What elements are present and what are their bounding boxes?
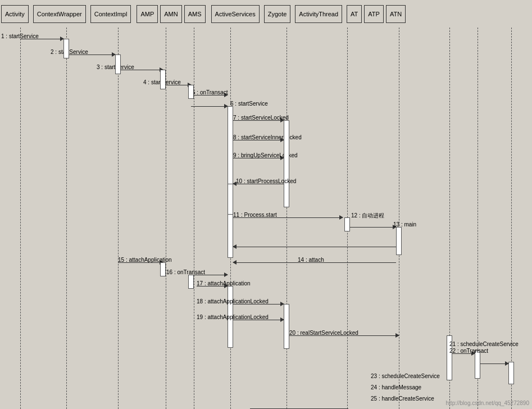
label-m16: 16 : onTransact xyxy=(166,269,205,275)
label-m20: 20 : realStartServiceLocked xyxy=(289,330,358,336)
class-label-atp: ATP xyxy=(368,11,380,17)
activation-atp-1 xyxy=(475,351,480,379)
class-label-zygote: Zygote xyxy=(268,11,287,17)
activation-zygote-1 xyxy=(344,217,350,231)
lifeline-activity xyxy=(20,28,21,409)
label-m6: 6 : startService xyxy=(230,101,268,107)
return-arrow-1 xyxy=(233,247,396,247)
activation-amn-1 xyxy=(188,85,194,99)
activation-active-services-1 xyxy=(284,120,289,207)
label-m18: 18 : attachApplicationLocked xyxy=(197,298,269,305)
class-box-ams: AMS xyxy=(184,5,206,23)
class-label-ams: AMS xyxy=(188,11,202,17)
class-label-amn: AMN xyxy=(164,11,178,17)
activation-active-services-2 xyxy=(284,304,289,349)
class-box-activity: Activity xyxy=(1,5,29,23)
label-m23: 23 : scheduleCreateService xyxy=(371,373,440,379)
activation-amn-2 xyxy=(188,275,194,289)
class-label-activity: Activity xyxy=(5,11,25,17)
label-m11: 11 : Process.start xyxy=(233,212,277,218)
activation-amp-2 xyxy=(160,262,166,276)
class-box-atn: ATN xyxy=(386,5,406,23)
lifeline-amn xyxy=(194,28,194,409)
label-m25: 25 : handleCreateService xyxy=(371,396,434,402)
label-m10: 10 : startProcessLocked xyxy=(236,178,296,184)
sequence-diagram: 1 : startService 2 : startService 3 : st… xyxy=(0,28,532,409)
header-row: Activity ContextWrapper ContextImpl AMP … xyxy=(0,0,532,28)
label-m24: 24 : handleMessage xyxy=(371,384,421,390)
label-m1: 1 : startService xyxy=(1,33,39,39)
class-box-amp: AMP xyxy=(137,5,158,23)
label-m8: 8 : startServiceInnerLocked xyxy=(233,134,302,140)
label-m19: 19 : attachApplicationLocked xyxy=(197,314,269,320)
lifeline-atn xyxy=(511,28,512,409)
label-m7: 7 : startServiceLocked xyxy=(233,115,289,121)
arrow-m13 xyxy=(350,227,396,228)
activation-atn-1 xyxy=(508,362,514,384)
class-box-amn: AMN xyxy=(160,5,181,23)
label-m21: 21 : scheduleCreateService xyxy=(449,341,519,347)
activation-ams-2 xyxy=(228,184,233,215)
arrow-m6 xyxy=(191,106,228,107)
activation-context-impl-1 xyxy=(115,54,121,74)
class-box-at: AT xyxy=(347,5,362,23)
class-box-activity-thread: ActivityThread xyxy=(295,5,342,23)
label-m17: 17 : attachApplication xyxy=(197,280,251,287)
activation-amp-1 xyxy=(160,70,166,89)
arrow-m23 xyxy=(480,363,508,364)
class-label-at: AT xyxy=(351,11,358,17)
class-box-context-impl: ContextImpl xyxy=(90,5,131,23)
watermark: http://blog.csdn.net/qq_45272890 xyxy=(446,400,529,406)
class-label-active-services: ActiveServices xyxy=(215,11,256,17)
class-box-zygote: Zygote xyxy=(264,5,291,23)
class-label-atn: ATN xyxy=(390,11,402,17)
label-m12: 12 : 自动进程 xyxy=(351,212,384,220)
class-label-context-wrapper: ContextWrapper xyxy=(37,11,82,17)
lifeline-context-impl xyxy=(118,28,119,409)
label-m14: 14 : attach xyxy=(298,257,324,263)
class-box-context-wrapper: ContextWrapper xyxy=(33,5,86,23)
label-m5: 5 : onTransact xyxy=(192,89,228,96)
label-m22: 22 : onTransact xyxy=(449,348,488,354)
lifeline-activity-thread xyxy=(399,28,399,409)
class-label-activity-thread: ActivityThread xyxy=(299,11,338,17)
activation-activity-thread-1 xyxy=(396,227,402,255)
lifeline-context-wrapper xyxy=(66,28,67,409)
class-box-atp: ATP xyxy=(364,5,384,23)
class-box-active-services: ActiveServices xyxy=(211,5,260,23)
activation-context-wrapper-1 xyxy=(63,39,69,58)
class-label-amp: AMP xyxy=(140,11,154,17)
class-label-context-impl: ContextImpl xyxy=(94,11,128,17)
label-m2: 2 : startService xyxy=(51,49,88,55)
lifeline-active-services xyxy=(287,28,287,409)
